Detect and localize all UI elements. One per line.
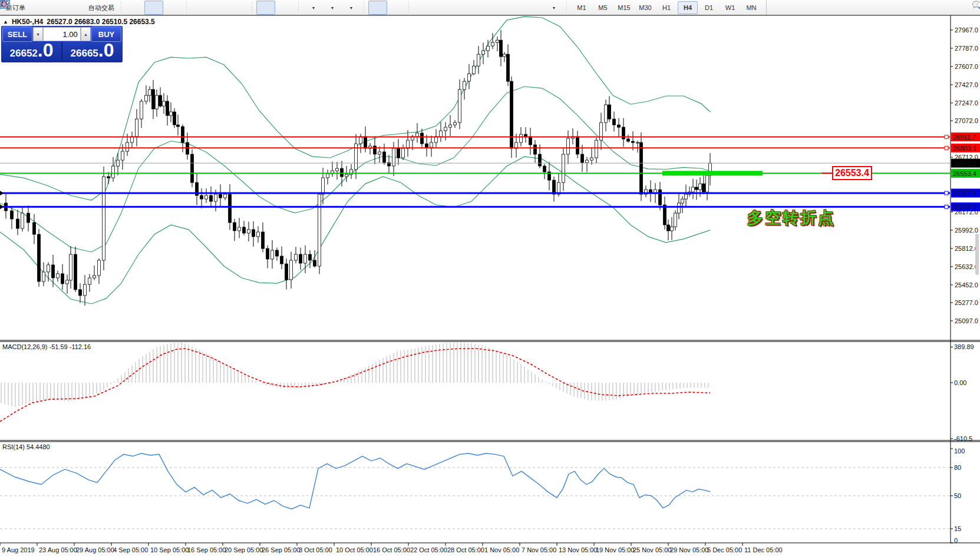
axis-price-label: 26357.9 [953,190,976,197]
price-tick: 27427.0 [955,81,978,88]
date-tick-label: 23 Aug 05:00 [39,546,77,553]
macd-tick: -610.5 [954,435,972,442]
rsi-tick: 0 [954,537,958,544]
sell-button[interactable]: SELL [2,26,32,42]
sell-price-main: 26652 [10,48,38,59]
price-divider [61,42,62,61]
level-line-handle[interactable] [945,146,948,150]
axis-price-label: 26803.1 [953,145,976,152]
date-tick-label: 28 Oct 05:00 [447,546,484,553]
price-tick: 25812.0 [955,245,978,252]
date-tick-label: 7 Nov 05:00 [522,546,556,553]
axis-price-label: 26553.4 [953,170,976,177]
date-tick-label: 13 Nov 05:00 [559,546,597,553]
chart-title: ▲ HK50-,H4 26527.0 26683.0 26510.5 26653… [3,18,155,26]
axis-price-label: 26911.7 [953,134,976,141]
price-tag-dash [821,173,832,174]
date-tick-label: 3 Oct 05:00 [299,546,332,553]
sell-price[interactable]: 26652 .0 [2,42,61,61]
spinner-down-icon: ▼ [36,32,40,37]
price-tick: 27247.0 [955,100,978,107]
symbol-period-label: HK50-,H4 [12,18,43,26]
macd-tick: 389.89 [954,343,974,350]
price-tick: 27072.0 [955,117,978,124]
rsi-tick: 100 [954,447,965,455]
axis-price-label: 26222.2 [953,204,976,211]
date-tick-label: 26 Sep 05:00 [262,546,300,553]
trade-panel-prices: 26652 .0 26665 .0 [2,42,122,61]
date-tick-label: 5 Dec 05:00 [707,546,742,553]
price-tick: 27607.0 [955,63,978,70]
date-tick-label: 10 Oct 05:00 [336,546,373,553]
macd-tick: 0.00 [954,379,966,386]
date-tick-label: 9 Aug 2019 [2,546,35,553]
price-tag-label[interactable]: 26553.4 [832,166,872,180]
volume-increase-button[interactable]: ▲ [81,27,91,41]
rsi-indicator-label: RSI(14) 54.4480 [2,443,50,450]
rsi-tick: 15 [954,525,961,532]
highlight-trend-segment[interactable] [662,171,763,175]
date-tick-label: 4 Sep 05:00 [113,546,148,553]
turning-point-annotation[interactable]: 多空转折点 [747,207,836,228]
date-tick-label: 19 Nov 05:00 [596,546,634,553]
date-tick-label: 16 Sep 05:00 [187,546,226,553]
price-tick: 25632.0 [955,263,978,270]
chart-canvas: 27967.027787.027607.027427.027247.027072… [0,0,980,557]
spinner-up-icon: ▲ [84,32,88,37]
date-tick-label: 29 Aug 05:00 [76,546,114,553]
price-tick: 25097.0 [955,317,978,324]
axis-price-label: 26653.5 [953,160,976,167]
date-tick-label: 11 Dec 05:00 [744,546,783,553]
price-tick: 27787.0 [955,45,978,52]
one-click-trading-panel: SELL ▼ 1.00 ▲ BUY 26652 .0 26665 .0 [1,26,123,62]
rsi-tick: 50 [954,492,961,499]
price-tick: 25992.0 [955,227,978,234]
mt4-window: 新订单 自动交易 [0,0,980,557]
price-tick: 27967.0 [955,26,978,34]
sell-price-big: .0 [38,42,54,58]
date-tick-label: 20 Sep 05:00 [225,546,263,553]
scrollbar-thumb[interactable] [975,234,979,275]
date-tick-label: 1 Nov 05:00 [484,546,519,553]
level-line-handle[interactable] [945,135,948,139]
buy-price-main: 26665 [71,48,98,59]
rsi-tick: 80 [954,464,961,471]
buy-price-big: .0 [98,42,114,58]
buy-price[interactable]: 26665 .0 [63,42,121,61]
date-tick-label: 22 Oct 05:00 [410,546,447,553]
date-tick-label: 16 Oct 05:00 [373,546,410,553]
macd-indicator-label: MACD(12,26,9) -51.59 -112.16 [2,343,91,350]
price-tick: 25277.0 [955,299,978,306]
level-line-handle[interactable] [945,191,948,195]
date-tick-label: 25 Nov 05:00 [633,546,671,553]
collapse-panel-icon[interactable]: ▲ [3,19,8,25]
ohlc-values: 26527.0 26683.0 26510.5 26653.5 [47,18,155,26]
price-tick: 25452.0 [955,281,978,289]
date-tick-label: 29 Nov 05:00 [670,546,708,553]
date-tick-label: 10 Sep 05:00 [150,546,189,553]
level-line-handle[interactable] [945,205,948,208]
